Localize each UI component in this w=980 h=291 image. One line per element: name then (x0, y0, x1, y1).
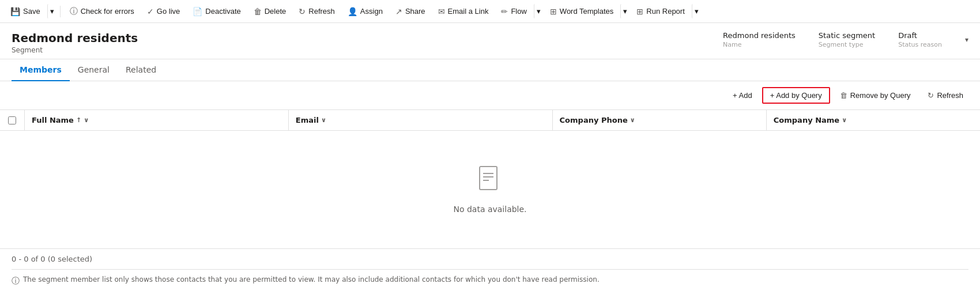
th-checkbox[interactable] (0, 116, 24, 124)
add-button[interactable]: + Add (725, 88, 760, 103)
divider-1 (60, 6, 61, 17)
footer-notice: ⓘ The segment member list only shows tho… (12, 269, 968, 286)
notice-text: The segment member list only shows those… (23, 275, 600, 284)
refresh-icon: ↻ (299, 7, 306, 16)
refresh-button[interactable]: ↻ Refresh (293, 4, 341, 19)
refresh-grid-icon: ↻ (928, 91, 934, 100)
tab-general[interactable]: General (70, 59, 118, 81)
word-templates-icon: ⊞ (550, 7, 557, 16)
col-chevron-phone: ∨ (630, 116, 635, 124)
trash-icon: 🗑 (840, 91, 847, 100)
info-icon: ⓘ (12, 276, 20, 286)
assign-icon: 👤 (348, 7, 357, 16)
select-all-checkbox[interactable] (8, 116, 16, 124)
email-link-icon: ✉ (438, 7, 445, 16)
chevron-down-icon-rr: ▾ (695, 7, 699, 16)
flow-icon: ✏ (501, 7, 508, 16)
run-report-icon: ⊞ (636, 7, 643, 16)
word-templates-button[interactable]: ⊞ Word Templates (544, 4, 619, 19)
flow-button[interactable]: ✏ Flow (495, 4, 532, 19)
th-email[interactable]: Email ∨ (288, 110, 552, 130)
chevron-down-icon-wt: ▾ (623, 7, 627, 16)
action-bar: + Add + Add by Query 🗑 Remove by Query ↻… (0, 81, 980, 110)
page-meta: Redmond residents Name Static segment Se… (723, 31, 968, 51)
grid-refresh-button[interactable]: ↻ Refresh (920, 88, 971, 103)
empty-state: No data available. (0, 131, 980, 248)
email-link-button[interactable]: ✉ Email a Link (432, 4, 495, 19)
save-dropdown-button[interactable]: ▾ (47, 4, 56, 18)
th-company-phone[interactable]: Company Phone ∨ (552, 110, 766, 130)
toolbar: 💾 Save ▾ ⓘ Check for errors ✓ Go live 📄 … (0, 0, 980, 23)
svg-rect-0 (480, 167, 497, 190)
th-full-name[interactable]: Full Name ↑ ∨ (24, 110, 288, 130)
empty-document-icon (478, 165, 502, 198)
records-count: 0 - 0 of 0 (0 selected) (12, 255, 968, 263)
page-footer: 0 - 0 of 0 (0 selected) ⓘ The segment me… (0, 248, 980, 291)
chevron-down-icon-flow: ▾ (537, 7, 541, 16)
share-button[interactable]: ↗ Share (390, 4, 431, 19)
deactivate-icon: 📄 (193, 7, 202, 16)
save-button[interactable]: 💾 Save (5, 4, 46, 19)
page-title: Redmond residents (12, 31, 138, 45)
delete-button[interactable]: 🗑 Delete (248, 4, 292, 19)
page-subtitle: Segment (12, 46, 138, 54)
word-templates-dropdown-button[interactable]: ▾ (620, 4, 630, 18)
sort-asc-icon: ↑ (76, 116, 81, 124)
tab-members[interactable]: Members (12, 59, 70, 81)
meta-status-reason: Draft Status reason (898, 31, 942, 48)
page-header: Redmond residents Segment Redmond reside… (0, 23, 980, 59)
delete-icon: 🗑 (254, 7, 262, 16)
col-chevron-email: ∨ (321, 116, 326, 124)
page-title-section: Redmond residents Segment (12, 31, 138, 54)
tab-related[interactable]: Related (118, 59, 164, 81)
tabs-bar: Members General Related (0, 59, 980, 81)
th-company-name[interactable]: Company Name ∨ (766, 110, 980, 130)
deactivate-button[interactable]: 📄 Deactivate (187, 4, 246, 19)
add-by-query-button[interactable]: + Add by Query (762, 87, 830, 104)
share-icon: ↗ (395, 7, 402, 16)
chevron-down-icon: ▾ (50, 7, 54, 16)
meta-name: Redmond residents Name (723, 31, 796, 48)
page-meta-expand-icon[interactable]: ▾ (965, 36, 968, 44)
table-header: Full Name ↑ ∨ Email ∨ Company Phone ∨ Co… (0, 110, 980, 131)
main-content: + Add + Add by Query 🗑 Remove by Query ↻… (0, 81, 980, 291)
save-icon: 💾 (10, 7, 20, 16)
go-live-icon: ✓ (147, 7, 154, 16)
col-chevron-full-name: ∨ (84, 116, 89, 124)
flow-dropdown-button[interactable]: ▾ (534, 4, 543, 18)
remove-by-query-button[interactable]: 🗑 Remove by Query (832, 88, 918, 103)
run-report-button[interactable]: ⊞ Run Report (631, 4, 690, 19)
empty-text: No data available. (453, 205, 526, 214)
go-live-button[interactable]: ✓ Go live (141, 4, 186, 19)
check-errors-icon: ⓘ (70, 6, 78, 17)
meta-segment-type: Static segment Segment type (819, 31, 875, 48)
assign-button[interactable]: 👤 Assign (342, 4, 389, 19)
run-report-dropdown-button[interactable]: ▾ (692, 4, 701, 18)
check-errors-button[interactable]: ⓘ Check for errors (64, 3, 140, 20)
col-chevron-company-name: ∨ (842, 116, 847, 124)
